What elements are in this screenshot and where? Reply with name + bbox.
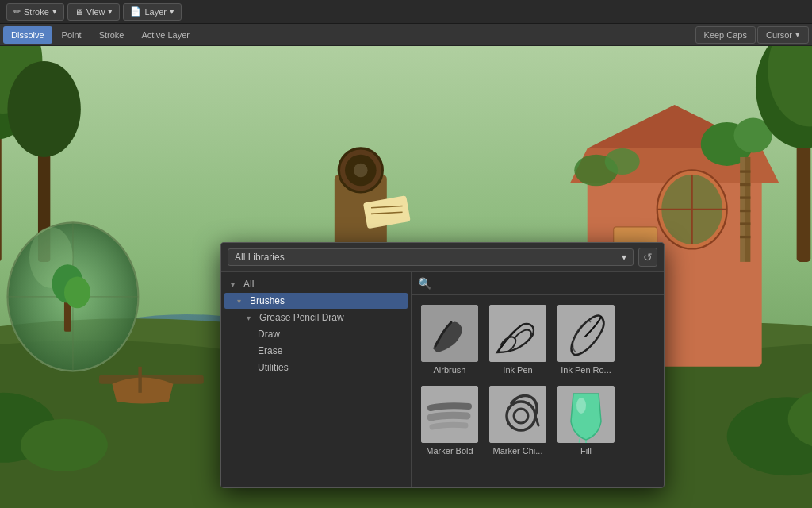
brush-preview-inkpenro bbox=[557, 305, 615, 362]
brushes-label: Brushes bbox=[250, 295, 285, 306]
mode-bar: Dissolve Point Stroke Active Layer Keep … bbox=[0, 24, 812, 46]
svg-point-58 bbox=[576, 398, 586, 414]
cursor-chevron: ▾ bbox=[795, 29, 800, 40]
point-label: Point bbox=[62, 30, 82, 40]
point-button[interactable]: Point bbox=[54, 26, 90, 44]
layer-chevron: ▾ bbox=[170, 6, 174, 17]
active-layer-button[interactable]: Active Layer bbox=[133, 26, 197, 44]
brushes-panel: 🔍 Airbrush bbox=[412, 272, 664, 487]
brush-label-airbrush: Airbrush bbox=[434, 365, 466, 375]
cursor-label: Cursor bbox=[766, 30, 792, 40]
library-header: All Libraries ▾ ↺ bbox=[221, 243, 664, 272]
tree-item-all[interactable]: ▾ All bbox=[224, 276, 408, 292]
search-icon: 🔍 bbox=[418, 277, 431, 290]
brushes-chevron: ▾ bbox=[237, 297, 247, 306]
search-input[interactable] bbox=[436, 278, 657, 289]
grease-pencil-chevron: ▾ bbox=[247, 314, 256, 322]
layer-label: Layer bbox=[144, 7, 167, 17]
tree-item-brushes[interactable]: ▾ Brushes bbox=[224, 293, 408, 309]
brush-preview-markerchi bbox=[489, 386, 546, 443]
search-bar: 🔍 bbox=[412, 272, 664, 295]
stroke-icon: ✏ bbox=[13, 6, 21, 17]
stroke-chevron: ▾ bbox=[52, 6, 57, 17]
view-button[interactable]: 🖥 View ▾ bbox=[67, 3, 121, 21]
grease-pencil-draw-label: Grease Pencil Draw bbox=[259, 312, 344, 323]
utilities-label: Utilities bbox=[258, 362, 289, 373]
brush-label-markerbold: Marker Bold bbox=[426, 446, 473, 456]
dissolve-label: Dissolve bbox=[11, 30, 44, 40]
brush-item-markerchi[interactable]: Marker Chi... bbox=[486, 383, 550, 459]
brush-label-markerchi: Marker Chi... bbox=[493, 446, 543, 456]
brush-item-fill[interactable]: Fill bbox=[554, 383, 618, 459]
tree-item-grease-pencil-draw[interactable]: ▾ Grease Pencil Draw bbox=[224, 310, 408, 325]
brush-preview-airbrush bbox=[421, 305, 478, 362]
layer-button[interactable]: 📄 Layer ▾ bbox=[123, 3, 182, 21]
all-chevron: ▾ bbox=[231, 280, 240, 289]
tree-item-erase[interactable]: Erase bbox=[224, 343, 408, 359]
all-label: All bbox=[243, 279, 254, 290]
library-dropdown[interactable]: All Libraries ▾ bbox=[228, 248, 634, 266]
keep-caps-label: Keep Caps bbox=[704, 30, 747, 40]
cursor-button[interactable]: Cursor ▾ bbox=[757, 26, 809, 44]
brush-label-fill: Fill bbox=[580, 446, 592, 456]
erase-label: Erase bbox=[258, 345, 282, 356]
brush-item-markerbold[interactable]: Marker Bold bbox=[418, 383, 481, 459]
brush-item-inkpen[interactable]: Ink Pen bbox=[486, 302, 550, 378]
brush-grid: Airbrush Ink Pen bbox=[412, 295, 664, 487]
brush-preview-markerbold bbox=[421, 386, 478, 443]
draw-label: Draw bbox=[258, 329, 280, 340]
stroke-button[interactable]: ✏ Stroke ▾ bbox=[6, 3, 64, 21]
view-icon: 🖥 bbox=[75, 7, 83, 17]
brush-item-airbrush[interactable]: Airbrush bbox=[418, 302, 481, 378]
library-dropdown-label: All Libraries bbox=[235, 252, 285, 263]
view-chevron: ▾ bbox=[108, 6, 113, 17]
stroke-mode-button[interactable]: Stroke bbox=[91, 26, 132, 44]
top-toolbar: ✏ Stroke ▾ 🖥 View ▾ 📄 Layer ▾ bbox=[0, 0, 812, 24]
view-label: View bbox=[86, 7, 105, 17]
layer-icon: 📄 bbox=[130, 6, 141, 17]
library-refresh-button[interactable]: ↺ bbox=[638, 248, 657, 267]
tree-item-utilities[interactable]: Utilities bbox=[224, 360, 408, 375]
panel-body: ▾ All ▾ Brushes ▾ Grease Pencil Draw Dra… bbox=[221, 272, 664, 487]
dissolve-button[interactable]: Dissolve bbox=[3, 26, 52, 44]
brush-item-inkpenro[interactable]: Ink Pen Ro... bbox=[554, 302, 618, 378]
stroke-label: Stroke bbox=[24, 7, 49, 17]
brush-preview-inkpen bbox=[489, 305, 546, 362]
library-dropdown-chevron: ▾ bbox=[622, 252, 626, 263]
brush-preview-fill bbox=[557, 386, 615, 443]
tree-item-draw[interactable]: Draw bbox=[224, 326, 408, 342]
brush-library-panel: All Libraries ▾ ↺ ▾ All ▾ Brushes ▾ Grea… bbox=[220, 242, 665, 488]
keep-caps-button[interactable]: Keep Caps bbox=[695, 26, 756, 44]
brush-label-inkpen: Ink Pen bbox=[503, 365, 532, 375]
svg-rect-52 bbox=[557, 305, 615, 362]
stroke-mode-label: Stroke bbox=[99, 30, 124, 40]
brush-label-inkpenro: Ink Pen Ro... bbox=[561, 365, 611, 375]
active-layer-label: Active Layer bbox=[141, 30, 190, 40]
svg-rect-54 bbox=[489, 386, 546, 443]
refresh-icon: ↺ bbox=[643, 251, 653, 264]
tree-panel: ▾ All ▾ Brushes ▾ Grease Pencil Draw Dra… bbox=[221, 272, 412, 487]
